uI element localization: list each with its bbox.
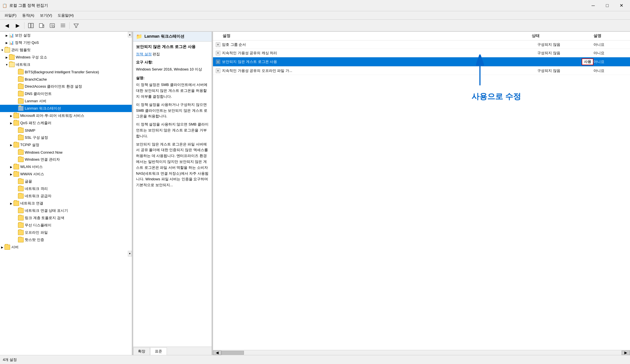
settings-row-insecure-guest[interactable]: ≡ 보안되지 않은 게스트 로그온 사용 사용 아니요 — [213, 57, 630, 67]
status-bar: 4개 설정 — [0, 355, 630, 364]
toolbar-show-hide-button[interactable] — [26, 21, 36, 30]
settings-header: 설정 상태 설명 — [213, 32, 630, 40]
settings-row-encryption[interactable]: ≡ 암호 그룹 순서 구성되지 않음 아니요 — [213, 40, 630, 49]
offline-files-folder-icon — [18, 230, 24, 235]
dns-folder-icon — [18, 91, 24, 96]
setting-icon-persistent-offline: ≡ — [216, 69, 220, 73]
tree-item-network-connection[interactable]: ▶ 네트워크 연결 — [0, 200, 132, 207]
toolbar-forward-button[interactable]: ▶ — [13, 21, 22, 30]
setting-status-persistent-avail: 구성되지 않음 — [537, 51, 593, 56]
tree-item-fonts[interactable]: 글꼴 — [0, 178, 132, 185]
title-controls: ─ □ ✕ — [587, 1, 628, 10]
tree-item-bits[interactable]: BITS(Background Intelligent Transfer Ser… — [0, 68, 132, 76]
settings-row-persistent-offline[interactable]: ≡ 지속적인 가용성 공유의 오프라인 파일 가... 구성되지 않음 아니요 — [213, 67, 630, 75]
hscroll-right[interactable]: ▶ — [622, 351, 630, 355]
tree-item-qos-scheduler[interactable]: ▶ QoS 패킷 스케줄러 — [0, 119, 132, 127]
tree-item-qos-policy[interactable]: ▶ 📊 정책 기반 QoS — [0, 39, 132, 46]
network-folder-icon — [9, 62, 15, 67]
tree-item-windows-components[interactable]: ▶ Windows 구성 요소 — [0, 54, 132, 61]
menu-help[interactable]: 도움말(H) — [55, 12, 76, 19]
toolbar: ◀ ▶ i — [0, 20, 630, 31]
svg-rect-11 — [61, 25, 65, 26]
tree-item-wireless-display[interactable]: 무선 디스플레이 — [0, 222, 132, 229]
tree-item-directaccess[interactable]: DirectAccess 클라이언트 환경 설정 — [0, 83, 132, 90]
link-topology-folder-icon — [18, 215, 24, 220]
tree-item-network-status[interactable]: 네트워크 연결 상태 표시기 — [0, 207, 132, 214]
setting-icon-insecure-guest: ≡ — [216, 60, 220, 64]
directaccess-folder-icon — [18, 84, 24, 89]
tcpip-folder-icon — [13, 142, 19, 147]
close-button[interactable]: ✕ — [615, 1, 628, 10]
tree-item-offline-files[interactable]: 오프라인 파일 — [0, 229, 132, 236]
tree-item-tcpip[interactable]: ▶ TCPIP 설정 — [0, 141, 132, 149]
tree-item-dns-client[interactable]: DNS 클라이언트 — [0, 90, 132, 97]
desc-panel: 📁 Lanman 워크스테이션 보안되지 않은 게스트 로그온 사용 정책 설정… — [133, 32, 212, 355]
network-isolation-folder-icon — [18, 186, 24, 191]
server-folder-icon — [4, 245, 10, 250]
ssl-folder-icon — [18, 135, 24, 140]
tree-item-wlan-service[interactable]: ▶ WLAN 서비스 — [0, 163, 132, 170]
tree-item-network-provider[interactable]: 네트워크 공급자 — [0, 192, 132, 200]
col-header-setting: 설정 — [216, 33, 526, 38]
tree-item-ssl-settings[interactable]: SSL 구성 설정 — [0, 134, 132, 141]
setting-name-insecure-guest: ≡ 보안되지 않은 게스트 로그온 사용 — [216, 59, 582, 64]
hscroll-thumb[interactable] — [221, 351, 244, 355]
qos-bar-icon: 📊 — [9, 40, 14, 45]
lanman-workstation-folder-icon — [18, 106, 24, 111]
tree-item-security-settings[interactable]: ▶ 📊 보안 설정 — [0, 32, 132, 39]
toolbar-back-button[interactable]: ◀ — [2, 21, 12, 30]
desc-policy-link[interactable]: 정책 설정 — [136, 52, 152, 56]
toolbar-export-button[interactable] — [37, 21, 46, 30]
tree-item-network[interactable]: ▼ 네트워크 — [0, 61, 132, 68]
lanman-server-folder-icon — [18, 99, 24, 104]
tree-item-branchcache[interactable]: BranchCache — [0, 76, 132, 83]
tab-standard[interactable]: 표준 — [150, 347, 167, 355]
security-bar-icon: 📊 — [9, 33, 14, 38]
tree-item-link-topology[interactable]: 링크 계층 토폴로지 검색 — [0, 214, 132, 222]
svg-rect-12 — [61, 26, 65, 27]
tree-item-server[interactable]: ▶ 서버 — [0, 244, 132, 251]
setting-name-persistent-offline: ≡ 지속적인 가용성 공유의 오프라인 파일 가... — [216, 68, 537, 73]
settings-hscrollbar[interactable]: ◀ ▶ — [213, 350, 630, 355]
network-provider-folder-icon — [18, 194, 24, 199]
tree-item-network-isolation[interactable]: 네트워크 격리 — [0, 185, 132, 192]
minimize-button[interactable]: ─ — [587, 1, 600, 10]
tree-item-hotspot-auth[interactable]: 핫스팟 인증 — [0, 236, 132, 244]
setting-status-persistent-offline: 구성되지 않음 — [537, 68, 593, 73]
tree-scroll-down[interactable]: ▼ — [128, 251, 132, 256]
tree-item-microsoft-p2p[interactable]: ▶ Microsoft 피어-투-피어 네트워킹 서비스 — [0, 112, 132, 119]
toolbar-properties-button[interactable]: i — [47, 21, 57, 30]
tree-item-snmp[interactable]: SNMP — [0, 127, 132, 134]
setting-note-persistent-avail: 아니요 — [593, 51, 627, 56]
col-header-status: 상태 — [532, 33, 588, 38]
menu-action[interactable]: 동작(A) — [20, 12, 37, 19]
app-icon: 📋 — [2, 3, 7, 8]
tree-item-windows-connect-now[interactable]: Windows Connect Now — [0, 149, 132, 156]
tree-item-lanman-workstation[interactable]: Lanman 워크스테이션 — [0, 105, 132, 112]
window-title: 로컬 그룹 정책 편집기 — [9, 3, 48, 8]
wlan-folder-icon — [13, 164, 19, 169]
toolbar-list-button[interactable] — [58, 21, 68, 30]
setting-icon-persistent-avail: ≡ — [216, 51, 220, 55]
settings-row-persistent-avail[interactable]: ≡ 지속적인 가용성 공유의 캐싱 처리 구성되지 않음 아니요 — [213, 49, 630, 57]
hscroll-left[interactable]: ◀ — [213, 351, 221, 355]
desc-header: 📁 Lanman 워크스테이션 — [133, 32, 212, 42]
maximize-button[interactable]: □ — [601, 1, 614, 10]
tree-item-windows-connection-manager[interactable]: Windows 연결 관리자 — [0, 156, 132, 163]
branchcache-folder-icon — [18, 77, 24, 82]
tree-item-lanman-server[interactable]: Lanman 서버 — [0, 97, 132, 105]
wwan-folder-icon — [13, 172, 19, 177]
tree-panel: ▲ ▶ 📊 보안 설정 ▶ 📊 정책 기반 QoS ▼ 관리 템플릿 — [0, 32, 132, 355]
setting-icon-encryption: ≡ — [216, 42, 220, 47]
toolbar-filter-button[interactable] — [71, 21, 81, 30]
menu-view[interactable]: 보기(V) — [38, 12, 54, 19]
menu-file[interactable]: 파일(F) — [2, 12, 19, 19]
tree-item-wwan-service[interactable]: ▶ WWAN 서비스 — [0, 170, 132, 178]
tab-extended[interactable]: 확장 — [133, 347, 150, 355]
desc-title: 보안되지 않은 게스트 로그온 사용 — [136, 44, 209, 49]
col-header-description: 설명 — [593, 33, 627, 38]
qos-scheduler-folder-icon — [13, 120, 19, 126]
tree-item-admin-templates[interactable]: ▼ 관리 템플릿 — [0, 46, 132, 54]
tree-scroll-up[interactable]: ▲ — [128, 32, 132, 37]
hotspot-folder-icon — [18, 237, 24, 242]
